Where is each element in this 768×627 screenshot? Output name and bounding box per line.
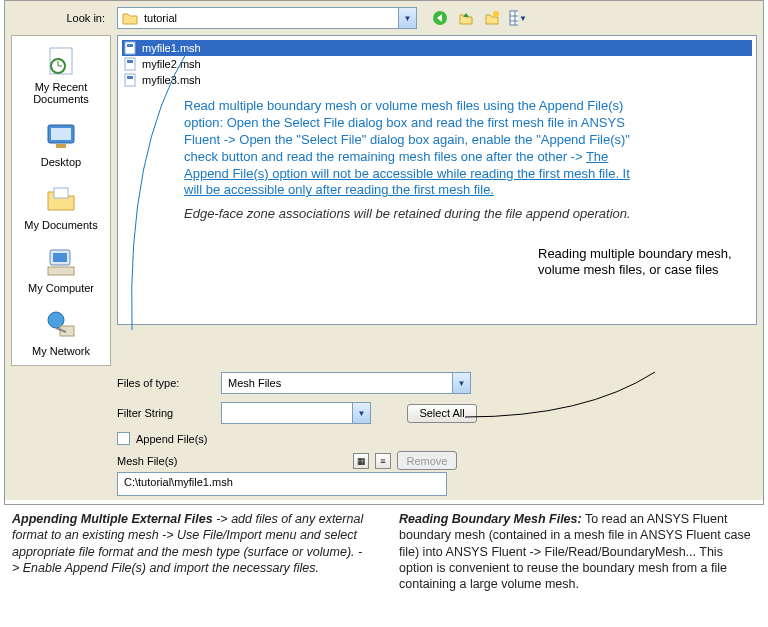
lookin-combo[interactable]: tutorial ▼ [117,7,417,29]
leader-line [122,50,192,330]
place-desktop[interactable]: Desktop [41,119,81,168]
my-documents-icon [44,182,78,216]
place-recent[interactable]: My Recent Documents [12,44,110,105]
my-network-icon [44,308,78,342]
desktop-icon [44,119,78,153]
svg-rect-11 [51,128,71,140]
back-icon[interactable] [431,9,449,27]
mesh-file-icon [124,73,138,87]
chevron-down-icon[interactable]: ▼ [452,373,470,393]
place-mycomputer[interactable]: My Computer [28,245,94,294]
up-folder-icon[interactable] [457,9,475,27]
svg-rect-20 [125,42,135,54]
recent-docs-icon [44,44,78,78]
select-all-button[interactable]: Select All [407,404,477,423]
chevron-down-icon[interactable]: ▼ [398,8,416,28]
lookin-value: tutorial [138,12,398,24]
folder-icon [122,11,138,25]
place-mydocs[interactable]: My Documents [24,182,97,231]
svg-point-1 [493,11,499,17]
mesh-file-icon [124,57,138,71]
list-view-icon[interactable]: ≡ [375,453,391,469]
files-of-type-label: Files of type: [117,377,213,389]
file-item[interactable]: myfile2.msh [122,56,752,72]
grid-view-icon[interactable]: ▦ [353,453,369,469]
file-item[interactable]: myfile1.msh [122,40,752,56]
place-mynetwork[interactable]: My Network [32,308,90,357]
svg-rect-15 [53,253,67,262]
annotation-append-info: Read multiple boundary mesh or volume me… [184,98,639,199]
mesh-file-icon [124,41,138,55]
lookin-label: Look in: [11,12,111,24]
remove-button[interactable]: Remove [397,451,457,470]
svg-rect-2 [510,11,518,25]
footer-right: Reading Boundary Mesh Files: To read an … [399,511,756,592]
annotation-edge-face: Edge-face zone associations will be reta… [184,206,639,223]
svg-rect-21 [127,44,133,47]
filter-string-combo[interactable]: ▼ [221,402,371,424]
svg-rect-24 [125,74,135,86]
chevron-down-icon[interactable]: ▼ [352,403,370,423]
my-computer-icon [44,245,78,279]
views-icon[interactable]: ▼ [509,9,527,27]
svg-rect-25 [127,76,133,79]
new-folder-icon[interactable] [483,9,501,27]
append-files-checkbox[interactable] [117,432,130,445]
filter-string-label: Filter String [117,407,213,419]
svg-rect-23 [127,60,133,63]
file-list[interactable]: myfile1.msh myfile2.msh myfile3.msh Read… [117,35,757,325]
places-bar: My Recent Documents Desktop My Documents… [11,35,111,366]
annotation-reading-multiple: Reading multiple boundary mesh, volume m… [538,246,748,279]
file-item[interactable]: myfile3.msh [122,72,752,88]
mesh-files-label: Mesh File(s) [117,455,347,467]
svg-rect-12 [56,144,66,148]
mesh-files-list[interactable]: C:\tutorial\myfile1.msh [117,472,447,496]
files-of-type-combo[interactable]: Mesh Files ▼ [221,372,471,394]
append-files-label: Append File(s) [136,433,208,445]
svg-rect-22 [125,58,135,70]
svg-rect-16 [48,267,74,275]
svg-rect-13 [54,188,68,198]
footer-left: Appending Multiple External Files -> add… [12,511,369,592]
